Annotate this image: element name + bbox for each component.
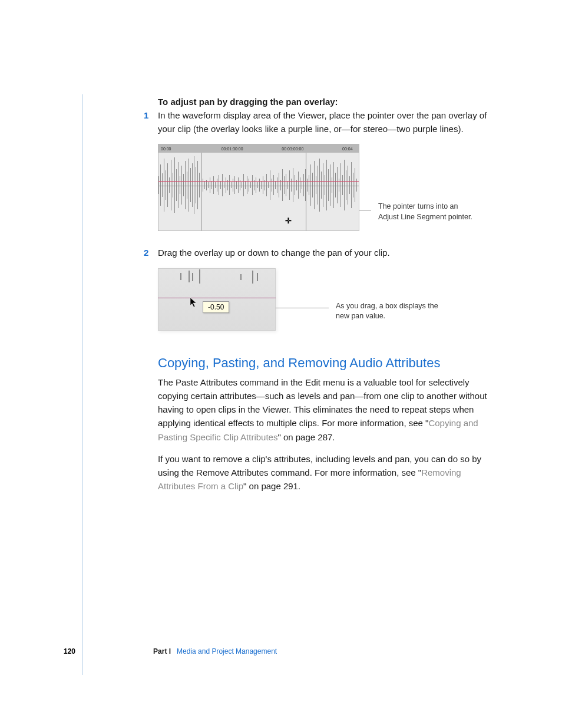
- timecode: 00:03:00:00: [279, 147, 340, 151]
- svg-rect-20: [194, 156, 194, 214]
- svg-rect-17: [189, 159, 189, 212]
- svg-rect-65: [273, 175, 274, 195]
- svg-rect-97: [330, 164, 330, 206]
- pan-value-box: -0.50: [203, 301, 229, 313]
- svg-rect-72: [286, 174, 286, 196]
- svg-rect-62: [268, 182, 269, 188]
- svg-rect-104: [342, 175, 343, 195]
- svg-rect-3: [164, 159, 164, 212]
- margin-rule: [82, 94, 83, 675]
- step-number: 1: [144, 109, 148, 123]
- timecode: 00:00: [158, 147, 219, 151]
- center-line: [158, 186, 359, 186]
- svg-rect-88: [314, 161, 315, 209]
- svg-rect-18: [190, 168, 191, 202]
- marker-line: [201, 153, 201, 230]
- svg-rect-31: [213, 176, 214, 194]
- svg-rect-63: [270, 170, 270, 200]
- svg-rect-8: [173, 173, 173, 197]
- svg-rect-55: [256, 177, 256, 193]
- svg-rect-100: [335, 173, 336, 197]
- svg-rect-6: [169, 177, 170, 193]
- svg-rect-101: [337, 167, 338, 203]
- svg-rect-93: [323, 163, 323, 207]
- svg-rect-40: [229, 175, 230, 195]
- svg-rect-52: [250, 182, 251, 188]
- text: " on page 291.: [243, 481, 300, 491]
- svg-rect-79: [298, 172, 299, 199]
- pan-overlay-line: [158, 298, 276, 298]
- svg-rect-9: [174, 157, 175, 213]
- svg-rect-80: [300, 177, 300, 193]
- svg-rect-105: [344, 160, 345, 210]
- svg-rect-111: [355, 168, 355, 202]
- svg-rect-89: [316, 176, 316, 194]
- svg-rect-2: [162, 173, 163, 197]
- step-list: 1 In the waveform display area of the Vi…: [158, 109, 497, 136]
- part-title: Media and Project Management: [177, 647, 277, 655]
- svg-rect-43: [234, 176, 235, 194]
- timecode-ruler: 00:00 00:01:30:00 00:03:00:00 00:04: [158, 144, 359, 153]
- svg-rect-58: [261, 181, 262, 189]
- svg-rect-67: [277, 177, 277, 193]
- svg-rect-47: [242, 182, 242, 188]
- pan-value-figure: -0.50: [158, 268, 276, 331]
- page-footer: 120 Part I Media and Project Management: [64, 647, 498, 655]
- svg-rect-56: [257, 182, 258, 188]
- svg-rect-5: [167, 163, 168, 207]
- figure-caption: As you drag, a box displays the new pan …: [329, 301, 454, 322]
- svg-rect-34: [219, 175, 219, 195]
- timecode: 00:04: [340, 147, 359, 151]
- svg-rect-15: [185, 161, 186, 209]
- figure-1-row: 00:00 00:01:30:00 00:03:00:00 00:04: [158, 144, 497, 231]
- svg-rect-59: [263, 176, 263, 194]
- svg-rect-108: [349, 176, 350, 194]
- svg-rect-94: [325, 175, 325, 195]
- step-1: 1 In the waveform display area of the Vi…: [158, 109, 497, 136]
- svg-rect-50: [247, 176, 247, 194]
- svg-rect-44: [236, 181, 237, 189]
- svg-rect-11: [178, 162, 178, 208]
- svg-rect-16: [187, 172, 187, 199]
- svg-rect-106: [346, 170, 346, 200]
- paragraph-2: If you want to remove a clip's attribute…: [158, 452, 497, 493]
- svg-rect-21: [196, 167, 196, 203]
- svg-rect-26: [204, 181, 205, 189]
- svg-rect-98: [332, 177, 332, 193]
- svg-rect-12: [180, 176, 180, 194]
- svg-rect-82: [303, 174, 304, 196]
- svg-rect-29: [210, 177, 210, 193]
- svg-rect-41: [231, 182, 232, 188]
- svg-rect-99: [333, 162, 334, 208]
- svg-rect-7: [171, 160, 171, 210]
- svg-rect-86: [310, 164, 311, 206]
- svg-rect-45: [238, 177, 239, 193]
- svg-rect-10: [176, 169, 177, 201]
- marker-line: [306, 153, 306, 230]
- svg-rect-35: [220, 181, 221, 189]
- svg-rect-68: [279, 173, 279, 197]
- svg-rect-38: [226, 177, 226, 193]
- svg-rect-77: [295, 175, 295, 195]
- svg-rect-30: [211, 181, 212, 189]
- procedure-heading: To adjust pan by dragging the pan overla…: [158, 97, 497, 107]
- svg-rect-73: [287, 181, 288, 189]
- waveform-icon: [158, 153, 359, 230]
- svg-rect-74: [289, 170, 290, 200]
- svg-rect-22: [197, 161, 198, 209]
- svg-rect-61: [266, 174, 267, 196]
- page: To adjust pan by dragging the pan overla…: [0, 0, 562, 728]
- svg-rect-95: [326, 160, 327, 210]
- svg-rect-76: [293, 168, 293, 202]
- svg-rect-87: [312, 173, 313, 197]
- waveform-figure: 00:00 00:01:30:00 00:03:00:00 00:04: [158, 144, 359, 231]
- svg-rect-0: [158, 176, 159, 194]
- svg-rect-85: [309, 175, 309, 195]
- step-text: In the waveform display area of the View…: [158, 110, 487, 134]
- svg-rect-110: [353, 173, 353, 197]
- svg-rect-103: [340, 163, 341, 207]
- callout-line: [276, 308, 329, 308]
- pan-overlay-line: [158, 181, 359, 182]
- svg-rect-92: [321, 172, 322, 199]
- part-label: Part I: [153, 647, 171, 655]
